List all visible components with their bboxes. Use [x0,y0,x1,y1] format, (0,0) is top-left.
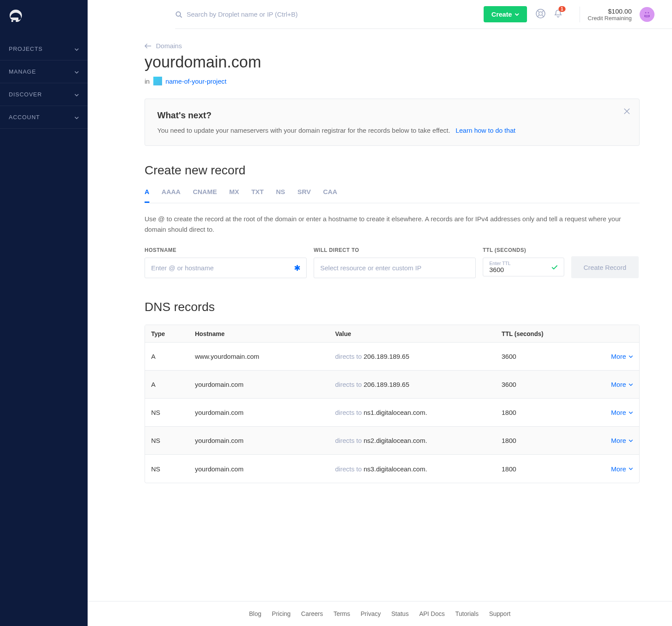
cell-value: directs to ns1.digitalocean.com. [335,409,502,416]
sidebar-item-discover[interactable]: DISCOVER [0,83,88,106]
search-input[interactable]: Search by Droplet name or IP (Ctrl+B) [175,11,484,18]
create-record-button[interactable]: Create Record [571,256,639,278]
sidebar-item-projects[interactable]: PROJECTS [0,38,88,60]
svg-line-7 [542,11,544,12]
cell-hostname: yourdomain.com [195,409,335,416]
cell-ttl: 3600 [502,381,589,388]
chevron-down-icon [515,13,519,16]
col-value: Value [335,330,502,337]
notification-badge: 1 [559,6,566,12]
breadcrumb-label: Domains [156,42,182,50]
cell-hostname: www.yourdomain.com [195,353,335,360]
svg-point-11 [648,12,649,13]
direct-input[interactable] [314,258,476,278]
svg-rect-1 [11,20,13,22]
search-icon [175,11,182,18]
project-link[interactable]: name-of-your-project [166,78,226,85]
sidebar-item-manage[interactable]: MANAGE [0,60,88,83]
svg-line-3 [180,16,182,18]
tab-a[interactable]: A [145,188,149,203]
chevron-down-icon [629,411,633,414]
col-type: Type [151,330,195,337]
cell-type: NS [151,437,195,444]
cell-type: NS [151,409,195,416]
footer-link-blog[interactable]: Blog [249,610,262,617]
cell-type: A [151,353,195,360]
more-button[interactable]: More [589,465,633,473]
cell-hostname: yourdomain.com [195,381,335,388]
sidebar-item-label: PROJECTS [9,46,42,52]
chevron-down-icon [74,68,79,75]
cell-type: NS [151,465,195,473]
create-record-title: Create new record [145,163,640,177]
sidebar-item-label: MANAGE [9,68,36,75]
cell-hostname: yourdomain.com [195,465,335,473]
more-button[interactable]: More [589,353,633,360]
footer-link-tutorials[interactable]: Tutorials [455,610,478,617]
chevron-down-icon [74,91,79,98]
cell-ttl: 1800 [502,465,589,473]
sidebar-item-label: ACCOUNT [9,114,40,120]
avatar[interactable] [640,7,654,22]
cell-type: A [151,381,195,388]
more-button[interactable]: More [589,437,633,444]
logo[interactable] [0,9,88,38]
project-line: in name-of-your-project [145,77,640,85]
cell-value: directs to ns2.digitalocean.com. [335,437,502,444]
footer-link-pricing[interactable]: Pricing [272,610,291,617]
hostname-label: HOSTNAME [145,247,307,253]
svg-point-2 [176,12,180,16]
credit-display: $100.00 Credit Remaining [588,7,632,21]
topbar: Search by Droplet name or IP (Ctrl+B) Cr… [175,0,672,29]
col-hostname: Hostname [195,330,335,337]
page-title: yourdomain.com [145,53,640,71]
tab-aaaa[interactable]: AAAA [162,188,180,203]
svg-point-10 [645,12,647,13]
create-button[interactable]: Create [484,6,527,22]
notifications-icon[interactable]: 1 [553,9,563,20]
chevron-down-icon [74,46,79,52]
cell-value: directs to 206.189.189.65 [335,381,502,388]
more-button[interactable]: More [589,409,633,416]
dns-table: Type Hostname Value TTL (seconds) Awww.y… [145,325,640,483]
table-row: NSyourdomain.comdirects to ns3.digitaloc… [145,455,639,483]
divider [580,7,580,22]
help-icon[interactable] [536,9,545,20]
info-text: You need to update your nameservers with… [157,127,450,134]
tab-srv[interactable]: SRV [297,188,311,203]
breadcrumb[interactable]: Domains [145,42,640,50]
footer-link-terms[interactable]: Terms [333,610,350,617]
footer-link-api-docs[interactable]: API Docs [419,610,445,617]
sidebar-item-account[interactable]: ACCOUNT [0,106,88,128]
check-icon [552,263,558,271]
footer-link-careers[interactable]: Careers [301,610,323,617]
tab-caa[interactable]: CAA [323,188,337,203]
svg-rect-0 [13,18,16,20]
info-link[interactable]: Learn how to do that [456,127,516,134]
help-text: Use @ to create the record at the root o… [145,214,640,235]
info-box: What's next? You need to update your nam… [145,99,640,146]
info-heading: What's next? [157,110,627,120]
project-icon [153,77,162,85]
cell-value: directs to ns3.digitalocean.com. [335,465,502,473]
footer-link-status[interactable]: Status [391,610,409,617]
cell-ttl: 3600 [502,353,589,360]
table-row: Ayourdomain.comdirects to 206.189.189.65… [145,371,639,399]
ttl-input[interactable]: Enter TTL 3600 [483,258,564,276]
footer-link-privacy[interactable]: Privacy [361,610,381,617]
col-ttl: TTL (seconds) [502,330,589,337]
footer-link-support[interactable]: Support [489,610,510,617]
close-icon[interactable] [623,108,630,117]
more-button[interactable]: More [589,381,633,388]
tab-txt[interactable]: TXT [251,188,264,203]
tab-cname[interactable]: CNAME [193,188,217,203]
sidebar-item-label: DISCOVER [9,91,42,98]
search-placeholder: Search by Droplet name or IP (Ctrl+B) [187,11,298,18]
ttl-label: TTL (SECONDS) [483,247,564,253]
arrow-left-icon [145,43,152,49]
cell-hostname: yourdomain.com [195,437,335,444]
tab-ns[interactable]: NS [276,188,285,203]
hostname-input[interactable] [145,258,307,278]
tab-mx[interactable]: MX [229,188,239,203]
chevron-down-icon [629,439,633,442]
